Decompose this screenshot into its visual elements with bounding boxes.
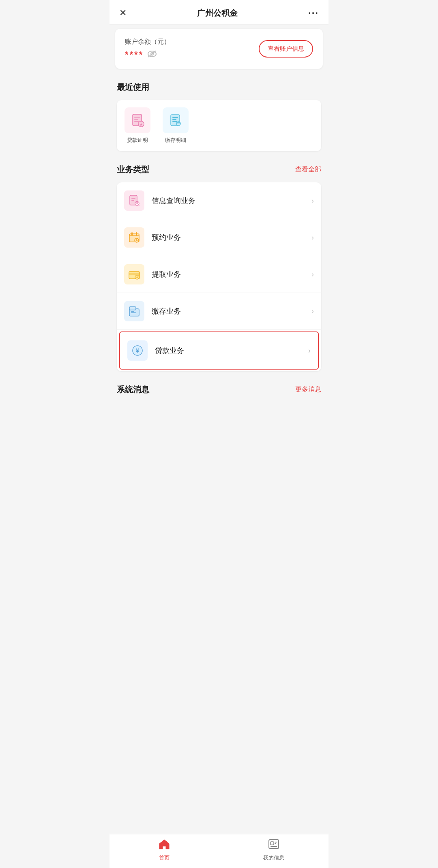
loan-icon-wrap: ¥: [127, 340, 148, 361]
svg-rect-17: [131, 200, 134, 201]
close-icon[interactable]: ✕: [119, 8, 127, 18]
recent-header: 最近使用: [117, 82, 321, 93]
svg-rect-16: [131, 198, 135, 199]
business-card: 信息查询业务 › 预约业务 ›: [117, 182, 321, 371]
svg-rect-23: [131, 232, 133, 235]
info-query-icon-wrap: [124, 190, 144, 211]
recent-title: 最近使用: [117, 82, 149, 93]
account-label: 账户余额（元）: [125, 38, 170, 46]
withdrawal-icon-wrap: [124, 264, 144, 284]
account-card: 账户余额（元） **** 查看账户信息: [115, 29, 323, 69]
account-info: 账户余额（元） ****: [125, 38, 170, 60]
loan-label: 贷款业务: [155, 346, 308, 355]
withdrawal-label: 提取业务: [152, 269, 311, 279]
svg-rect-5: [134, 119, 138, 120]
view-all-link[interactable]: 查看全部: [295, 165, 321, 174]
loan-arrow: ›: [308, 346, 311, 355]
deposit-label: 缴存业务: [152, 306, 311, 316]
svg-rect-6: [134, 121, 139, 122]
svg-text:¥: ¥: [136, 347, 139, 354]
loan-cert-label: 贷款证明: [127, 137, 148, 144]
header-title: 广州公积金: [197, 8, 238, 19]
app-header: ✕ 广州公积金 ···: [110, 0, 328, 25]
svg-text:★: ★: [140, 122, 143, 126]
view-account-button[interactable]: 查看账户信息: [259, 40, 313, 58]
recent-card: ★ 贷款证明 ☰: [117, 100, 321, 151]
biz-item-reservation[interactable]: 预约业务 ›: [117, 219, 321, 256]
recent-item-loan-cert[interactable]: ★ 贷款证明: [123, 107, 152, 144]
more-options-icon[interactable]: ···: [308, 7, 319, 19]
payment-detail-icon-wrap: ☰: [163, 107, 189, 133]
payment-detail-label: 缴存明细: [165, 137, 186, 144]
loan-cert-icon-wrap: ★: [125, 107, 150, 133]
svg-rect-34: [131, 312, 136, 313]
svg-rect-11: [172, 119, 176, 120]
svg-text:☰: ☰: [177, 122, 180, 126]
reservation-label: 预约业务: [152, 233, 311, 242]
system-section: 系统消息 更多消息: [110, 375, 328, 406]
system-header: 系统消息 更多消息: [117, 384, 321, 395]
recent-section: 最近使用 ★ 贷款证明: [110, 73, 328, 155]
balance-masked: ****: [125, 49, 144, 60]
biz-item-info-query[interactable]: 信息查询业务 ›: [117, 182, 321, 219]
deposit-icon-wrap: [124, 301, 144, 321]
system-title: 系统消息: [117, 384, 149, 395]
business-header: 业务类型 查看全部: [117, 164, 321, 175]
svg-rect-22: [129, 235, 139, 236]
biz-item-deposit[interactable]: 缴存业务 ›: [117, 293, 321, 330]
svg-rect-10: [172, 117, 178, 118]
withdrawal-arrow: ›: [311, 270, 314, 279]
reservation-arrow: ›: [311, 233, 314, 242]
account-balance: ****: [125, 49, 170, 60]
info-query-arrow: ›: [311, 197, 314, 205]
svg-rect-4: [134, 117, 140, 118]
biz-item-loan[interactable]: ¥ 贷款业务 ›: [119, 331, 319, 370]
recent-items: ★ 贷款证明 ☰: [123, 107, 315, 144]
svg-rect-32: [129, 307, 136, 310]
business-title: 业务类型: [117, 164, 149, 175]
biz-item-withdrawal[interactable]: 提取业务 ›: [117, 256, 321, 293]
info-query-label: 信息查询业务: [152, 196, 311, 205]
business-section: 业务类型 查看全部 信息查询业务 ›: [110, 155, 328, 375]
eye-icon[interactable]: [147, 50, 157, 60]
recent-item-payment-detail[interactable]: ☰ 缴存明细: [161, 107, 190, 144]
deposit-arrow: ›: [311, 307, 314, 316]
svg-rect-27: [129, 273, 140, 275]
reservation-icon-wrap: [124, 227, 144, 248]
more-messages-link[interactable]: 更多消息: [295, 385, 321, 394]
svg-point-19: [136, 202, 138, 204]
svg-rect-24: [136, 232, 137, 235]
svg-rect-33: [131, 311, 134, 312]
